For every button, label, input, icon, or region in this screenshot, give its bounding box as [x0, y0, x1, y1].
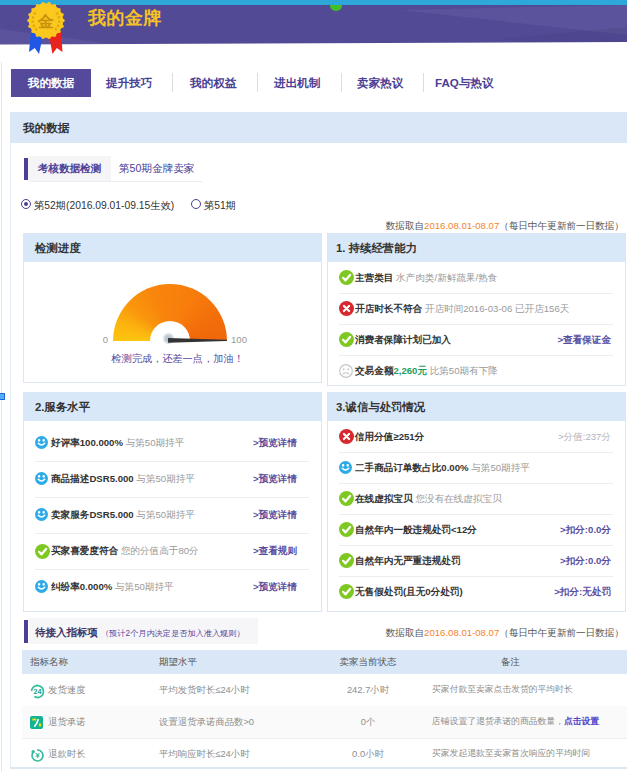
svg-text:金: 金: [37, 13, 54, 30]
svg-text:24: 24: [34, 688, 42, 695]
svg-text:¥: ¥: [35, 751, 40, 760]
